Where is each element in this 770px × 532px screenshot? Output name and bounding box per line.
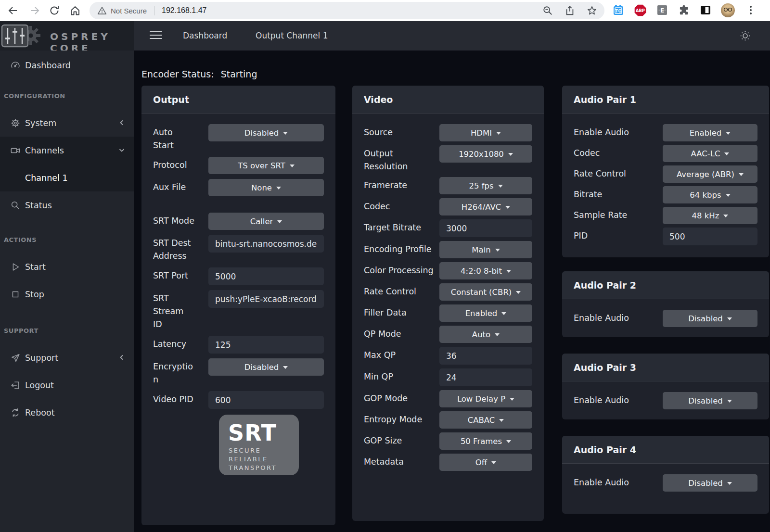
srt-stream-id-input[interactable] [208, 290, 324, 308]
share-icon[interactable] [565, 5, 575, 16]
encoding-profile-dropdown[interactable]: Main [439, 241, 532, 258]
home-icon[interactable] [69, 5, 81, 16]
tg-extension-icon[interactable]: TG [613, 4, 624, 16]
qp-mode-dropdown[interactable]: Auto [439, 326, 532, 343]
extensions-puzzle-icon[interactable] [678, 4, 690, 16]
sidebar-label: Support [25, 353, 58, 363]
sidebar-item-stop[interactable]: Stop [0, 280, 134, 308]
srt-port-input[interactable] [208, 267, 324, 285]
gop-size-dropdown[interactable]: 50 Frames [439, 432, 532, 450]
audio-pid-input[interactable] [663, 228, 757, 245]
dropdown-value: 48 kHz [692, 211, 719, 220]
field-row: Sample Rate 48 kHz [574, 207, 757, 224]
menu-dots-icon[interactable] [745, 4, 757, 16]
metadata-dropdown[interactable]: Off [439, 454, 532, 471]
dropdown-value: 1920x1080 [459, 150, 504, 159]
sidebar-item-system[interactable]: System [0, 109, 134, 137]
entropy-mode-dropdown[interactable]: CABAC [439, 411, 532, 429]
field-label: SRT Dest Address [153, 235, 194, 263]
field-label: Bitrate [574, 186, 646, 201]
sidebar-item-logout[interactable]: Logout [0, 371, 134, 399]
caret-down-icon [727, 317, 732, 320]
caret-down-icon [723, 215, 728, 217]
back-icon[interactable] [7, 5, 19, 16]
audio-rate-control-dropdown[interactable]: Average (ABR) [663, 165, 757, 183]
audio-pair-4-title: Audio Pair 4 [562, 436, 769, 464]
framerate-dropdown[interactable]: 25 fps [439, 177, 532, 194]
caret-down-icon [501, 312, 506, 315]
forward-icon[interactable] [29, 5, 40, 16]
caret-down-icon [726, 194, 731, 197]
sidebar-item-channels[interactable]: Channels [0, 137, 134, 164]
nav-output-channel-1[interactable]: Output Channel 1 [256, 21, 328, 51]
dropdown-value: Low Delay P [457, 394, 505, 404]
field-row: Color Processing 4:2:0 8-bit [364, 262, 532, 279]
abp-extension-icon[interactable]: ABP [634, 4, 647, 17]
nav-dashboard[interactable]: Dashboard [183, 21, 227, 51]
source-dropdown[interactable]: HDMI [439, 124, 532, 141]
caret-down-icon [516, 291, 521, 294]
sidebar-item-reboot[interactable]: Reboot [0, 399, 134, 426]
video-camera-icon [10, 145, 21, 156]
dropdown-value: HDMI [471, 128, 492, 138]
side-panel-icon[interactable] [700, 4, 711, 16]
color-processing-dropdown[interactable]: 4:2:0 8-bit [439, 262, 532, 279]
sidebar-label: Reboot [25, 408, 55, 418]
aux-file-dropdown[interactable]: None [208, 179, 324, 196]
dropdown-value: 25 fps [469, 181, 493, 190]
caret-down-icon [496, 132, 501, 135]
gop-mode-dropdown[interactable]: Low Delay P [439, 390, 532, 407]
zoom-out-icon[interactable] [542, 5, 553, 16]
target-bitrate-input[interactable] [439, 219, 532, 237]
auto-start-dropdown[interactable]: Disabled [208, 124, 324, 141]
e-extension-icon[interactable]: E [656, 4, 668, 16]
field-row: Auto Start Disabled [153, 124, 324, 152]
enable-audio-dropdown[interactable]: Enabled [663, 124, 757, 141]
profile-avatar[interactable] [721, 3, 735, 17]
filler-data-dropdown[interactable]: Enabled [439, 304, 532, 322]
dropdown-value: Enabled [465, 309, 498, 318]
audio-bitrate-dropdown[interactable]: 64 kbps [663, 186, 757, 203]
field-row: Metadata Off [364, 454, 532, 471]
video-pid-input[interactable] [208, 391, 324, 409]
field-row: Filler Data Enabled [364, 304, 532, 322]
field-label: Latency [153, 336, 194, 351]
max-qp-input[interactable] [439, 347, 532, 365]
video-codec-dropdown[interactable]: H264/AVC [439, 198, 532, 215]
caret-down-icon [506, 440, 511, 443]
dropdown-value: Constant (CBR) [451, 288, 512, 297]
address-bar[interactable]: Not Secure 192.168.1.47 [90, 2, 604, 19]
sidebar-item-dashboard[interactable]: Dashboard [0, 51, 134, 79]
dropdown-value: TS over SRT [238, 161, 285, 170]
field-row: SRT Dest Address [153, 235, 324, 263]
encoder-status-label: Encoder Status: [141, 69, 214, 79]
hamburger-menu-icon[interactable] [150, 31, 162, 41]
sidebar-item-channel-1[interactable]: Channel 1 [0, 164, 134, 191]
protocol-dropdown[interactable]: TS over SRT [208, 157, 324, 174]
latency-input[interactable] [208, 336, 324, 354]
srt-mode-dropdown[interactable]: Caller [208, 213, 324, 230]
enable-audio-dropdown[interactable]: Disabled [663, 392, 757, 409]
reload-icon[interactable] [49, 5, 60, 16]
bookmark-star-icon[interactable] [587, 5, 597, 16]
output-resolution-dropdown[interactable]: 1920x1080 [439, 145, 532, 163]
enable-audio-dropdown[interactable]: Disabled [663, 310, 757, 327]
caret-down-icon [739, 173, 744, 176]
sidebar-item-support[interactable]: Support [0, 344, 134, 371]
audio-codec-dropdown[interactable]: AAC-LC [663, 145, 757, 162]
brand[interactable]: OSPREY CORE [0, 21, 134, 51]
min-qp-input[interactable] [439, 368, 532, 386]
dropdown-value: Disabled [244, 128, 279, 138]
rate-control-dropdown[interactable]: Constant (CBR) [439, 283, 532, 301]
sample-rate-dropdown[interactable]: 48 kHz [663, 207, 757, 224]
sidebar-item-status[interactable]: Status [0, 191, 134, 219]
caret-down-icon [726, 132, 731, 135]
enable-audio-dropdown[interactable]: Disabled [663, 474, 757, 492]
audio-pair-1-title: Audio Pair 1 [562, 86, 769, 114]
srt-logo-tagline: SECURE RELIABLE TRANSPORT [219, 446, 299, 472]
theme-sun-icon[interactable] [740, 30, 751, 41]
sidebar-item-start[interactable]: Start [0, 253, 134, 280]
sidebar-section-actions: ACTIONS [4, 236, 134, 243]
srt-dest-address-input[interactable] [208, 235, 324, 253]
encryption-dropdown[interactable]: Disabled [208, 358, 324, 376]
